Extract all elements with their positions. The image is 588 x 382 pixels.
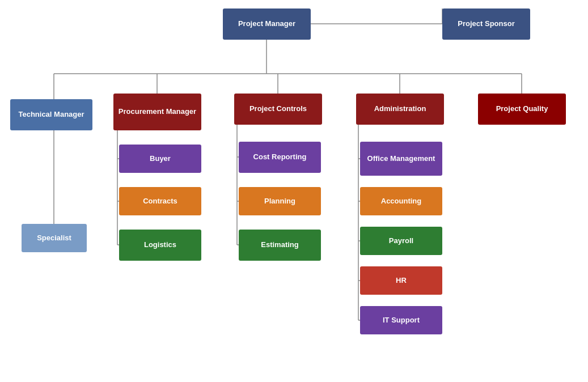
hr-box: HR (360, 266, 442, 295)
technical-manager-box: Technical Manager (10, 99, 92, 130)
payroll-box: Payroll (360, 227, 442, 255)
office-management-box: Office Management (360, 142, 442, 176)
cost-reporting-box: Cost Reporting (239, 142, 321, 173)
procurement-manager-box: Procurement Manager (113, 94, 201, 130)
project-manager-box: Project Manager (223, 9, 311, 40)
org-chart: Project Manager Project Sponsor Technica… (0, 0, 588, 382)
project-quality-box: Project Quality (478, 94, 566, 125)
accounting-box: Accounting (360, 187, 442, 215)
project-sponsor-box: Project Sponsor (442, 9, 530, 40)
estimating-box: Estimating (239, 230, 321, 261)
administration-box: Administration (356, 94, 444, 125)
specialist-box: Specialist (22, 224, 87, 252)
it-support-box: IT Support (360, 306, 442, 334)
planning-box: Planning (239, 187, 321, 215)
buyer-box: Buyer (119, 145, 201, 173)
project-controls-box: Project Controls (234, 94, 322, 125)
contracts-box: Contracts (119, 187, 201, 215)
logistics-box: Logistics (119, 230, 201, 261)
